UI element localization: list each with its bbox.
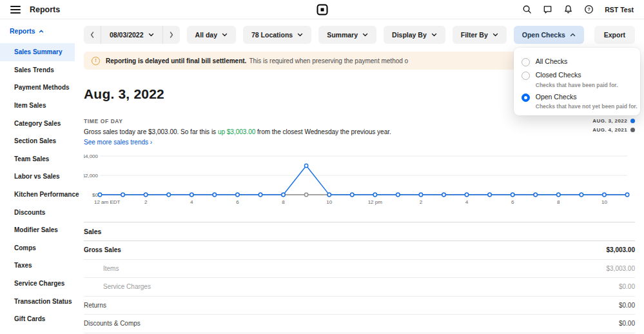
chevron-up-icon — [570, 33, 576, 37]
row-label: Items — [103, 265, 119, 272]
sidebar-item-comps[interactable]: Comps — [0, 239, 75, 257]
chevron-down-icon — [297, 33, 303, 37]
square-logo-icon[interactable] — [317, 4, 327, 15]
see-more-sales-trends-link[interactable]: See more sales trends › — [84, 139, 152, 146]
chevron-down-icon — [148, 33, 154, 37]
checks-option-description: Checks that have been paid for. — [536, 82, 618, 88]
svg-text:6: 6 — [511, 199, 514, 205]
top-bar: Reports ? RST Test — [0, 0, 644, 19]
row-label: Returns — [84, 302, 106, 309]
filter-button-summary[interactable]: Summary — [318, 26, 376, 44]
chevron-left-icon — [90, 32, 94, 38]
svg-text:12 pm: 12 pm — [368, 199, 383, 205]
svg-text:$0: $0 — [92, 192, 98, 198]
filter-button-display-by[interactable]: Display By — [384, 26, 445, 44]
svg-text:12 am EDT: 12 am EDT — [94, 199, 121, 205]
table-row-service-charges: Service Charges$0.00 — [84, 278, 635, 297]
sidebar-item-section-sales[interactable]: Section Sales — [0, 132, 75, 150]
sidebar-item-custom-reports[interactable]: Custom Reports — [0, 328, 75, 334]
legend-dot-icon — [630, 119, 635, 123]
sidebar-item-transaction-status[interactable]: Transaction Status — [0, 292, 75, 310]
filter-button-label: Open Checks — [522, 31, 565, 39]
app-title: Reports — [30, 5, 60, 14]
chart-legend: AUG. 3, 2022AUG. 4, 2021 — [592, 118, 635, 136]
table-row-items: Items$3,003.00 — [84, 260, 635, 279]
sidebar-item-kitchen-performance[interactable]: Kitchen Performance — [0, 186, 75, 204]
checks-option-label: Open Checks — [536, 93, 638, 102]
checks-option-closed-checks[interactable]: Closed ChecksChecks that have been paid … — [514, 66, 640, 88]
help-icon[interactable]: ? — [584, 5, 594, 14]
svg-text:8: 8 — [557, 199, 560, 205]
filter-button-78-locations[interactable]: 78 Locations — [243, 26, 311, 44]
chevron-down-icon — [222, 33, 228, 37]
svg-text:4: 4 — [190, 199, 193, 205]
sidebar-item-gift-cards[interactable]: Gift Cards — [0, 310, 75, 328]
current-date: 08/03/2022 — [110, 31, 144, 39]
chevron-down-icon — [493, 33, 498, 37]
chevron-up-icon — [39, 30, 44, 33]
sidebar-item-sales-trends[interactable]: Sales Trends — [0, 61, 75, 79]
svg-text:8: 8 — [282, 199, 285, 205]
row-value: $0.00 — [619, 320, 635, 327]
sidebar-item-sales-summary[interactable]: Sales Summary — [0, 43, 75, 61]
filter-button-open-checks[interactable]: Open ChecksAll ChecksClosed ChecksChecks… — [514, 26, 584, 44]
hamburger-menu-icon[interactable] — [10, 6, 21, 14]
svg-text:2: 2 — [144, 199, 148, 205]
date-picker-button[interactable]: 08/03/2022 — [101, 26, 162, 44]
svg-text:10: 10 — [326, 199, 332, 205]
time-of-day-chart: $0$2,000$4,00012 am EDT24681012 pm246810 — [84, 151, 635, 214]
time-of-day-section: TIME OF DAY Gross sales today are $3,003… — [84, 118, 635, 214]
sales-summary-text: Gross sales today are $3,003.00. So far … — [84, 128, 635, 135]
open-checks-dropdown: All ChecksClosed ChecksChecks that have … — [514, 48, 640, 115]
sidebar-item-modifier-sales[interactable]: Modifier Sales — [0, 221, 75, 239]
date-navigator: 08/03/2022 — [84, 26, 180, 44]
user-account-button[interactable]: RST Test — [605, 6, 634, 14]
previous-day-button[interactable] — [84, 26, 101, 44]
positive-change-value: up $3,003.00 — [218, 128, 255, 135]
checks-option-open-checks[interactable]: Open ChecksChecks that have not yet been… — [514, 88, 640, 110]
filter-button-filter-by[interactable]: Filter By — [453, 26, 507, 44]
row-label: Gross Sales — [84, 246, 121, 253]
filter-button-all-day[interactable]: All day — [187, 26, 236, 44]
svg-text:?: ? — [587, 6, 590, 12]
report-toolbar: 08/03/2022 All day78 LocationsSummaryDis… — [84, 19, 635, 52]
table-row-gross-sales: Gross Sales$3,003.00 — [84, 241, 635, 260]
checks-option-all-checks[interactable]: All Checks — [514, 53, 640, 66]
checks-option-label: All Checks — [536, 57, 568, 66]
svg-text:10: 10 — [601, 199, 607, 205]
row-label: Discounts & Comps — [84, 320, 141, 327]
sidebar-item-labor-vs-sales[interactable]: Labor vs Sales — [0, 168, 75, 186]
filter-button-label: All day — [195, 31, 217, 39]
sidebar-item-category-sales[interactable]: Category Sales — [0, 114, 75, 132]
filter-button-label: Filter By — [461, 31, 488, 39]
sidebar-item-service-charges[interactable]: Service Charges — [0, 275, 75, 293]
notifications-bell-icon[interactable] — [563, 5, 573, 14]
svg-text:6: 6 — [236, 199, 239, 205]
sidebar-item-payment-methods[interactable]: Payment Methods — [0, 79, 75, 97]
filter-button-label: 78 Locations — [251, 31, 293, 39]
sales-table-header: Sales — [84, 222, 635, 241]
search-icon[interactable] — [522, 5, 532, 14]
banner-text: Reporting is delayed until final bill se… — [106, 57, 408, 64]
svg-text:2: 2 — [420, 199, 423, 205]
svg-text:$2,000: $2,000 — [84, 173, 99, 179]
next-day-button[interactable] — [162, 26, 180, 44]
filter-button-label: Display By — [392, 31, 427, 39]
radio-icon — [522, 72, 530, 80]
sidebar-header-reports[interactable]: Reports — [0, 27, 75, 43]
row-value: $0.00 — [619, 283, 635, 290]
main-content: 08/03/2022 All day78 LocationsSummaryDis… — [75, 19, 644, 334]
sidebar-item-item-sales[interactable]: Item Sales — [0, 97, 75, 115]
chevron-down-icon — [431, 33, 437, 37]
legend-dot-icon — [630, 128, 635, 132]
legend-item-aug-4-2021: AUG. 4, 2021 — [592, 127, 635, 133]
checks-option-label: Closed Checks — [536, 71, 618, 80]
warning-icon: ! — [92, 57, 100, 65]
chevron-right-icon — [170, 32, 173, 38]
messages-icon[interactable] — [543, 5, 552, 14]
sidebar-item-taxes[interactable]: Taxes — [0, 257, 75, 275]
sidebar-item-discounts[interactable]: Discounts — [0, 203, 75, 221]
sidebar-item-team-sales[interactable]: Team Sales — [0, 150, 75, 168]
legend-label: AUG. 3, 2022 — [592, 118, 627, 124]
export-button[interactable]: Export — [594, 26, 635, 44]
